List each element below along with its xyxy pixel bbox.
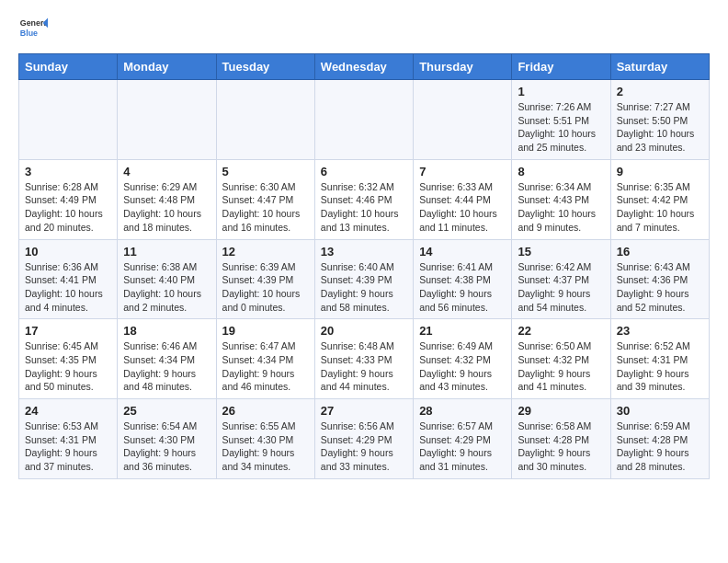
calendar-cell: 15Sunrise: 6:42 AMSunset: 4:37 PMDayligh… [512, 239, 610, 319]
day-info: Sunrise: 6:46 AMSunset: 4:34 PMDaylight:… [123, 339, 210, 394]
calendar-cell: 5Sunrise: 6:30 AMSunset: 4:47 PMDaylight… [216, 159, 314, 239]
day-info: Sunrise: 6:41 AMSunset: 4:38 PMDaylight:… [419, 260, 506, 315]
day-number: 24 [25, 404, 111, 418]
calendar-cell: 11Sunrise: 6:38 AMSunset: 4:40 PMDayligh… [118, 239, 216, 319]
calendar-cell: 21Sunrise: 6:49 AMSunset: 4:32 PMDayligh… [414, 319, 512, 399]
day-number: 13 [321, 245, 407, 259]
day-info: Sunrise: 6:58 AMSunset: 4:28 PMDaylight:… [518, 419, 604, 474]
day-info: Sunrise: 6:56 AMSunset: 4:29 PMDaylight:… [321, 419, 407, 474]
day-number: 2 [617, 85, 703, 98]
calendar-cell: 27Sunrise: 6:56 AMSunset: 4:29 PMDayligh… [314, 399, 413, 479]
calendar-cell: 8Sunrise: 6:34 AMSunset: 4:43 PMDaylight… [512, 159, 610, 239]
calendar-cell: 4Sunrise: 6:29 AMSunset: 4:48 PMDaylight… [118, 159, 216, 239]
day-info: Sunrise: 6:52 AMSunset: 4:31 PMDaylight:… [617, 339, 703, 394]
day-info: Sunrise: 6:33 AMSunset: 4:44 PMDaylight:… [419, 180, 506, 235]
day-number: 18 [123, 324, 210, 338]
day-info: Sunrise: 6:32 AMSunset: 4:46 PMDaylight:… [321, 180, 407, 235]
day-number: 6 [321, 165, 407, 178]
weekday-header: Friday [512, 54, 610, 80]
calendar-cell: 10Sunrise: 6:36 AMSunset: 4:41 PMDayligh… [19, 239, 118, 319]
day-number: 5 [222, 165, 309, 178]
day-number: 25 [123, 404, 210, 418]
day-info: Sunrise: 7:27 AMSunset: 5:50 PMDaylight:… [617, 100, 703, 155]
day-info: Sunrise: 6:42 AMSunset: 4:37 PMDaylight:… [518, 260, 604, 315]
day-info: Sunrise: 6:47 AMSunset: 4:34 PMDaylight:… [222, 339, 309, 394]
calendar-cell [314, 80, 413, 160]
calendar-cell: 17Sunrise: 6:45 AMSunset: 4:35 PMDayligh… [19, 319, 118, 399]
calendar-header: SundayMondayTuesdayWednesdayThursdayFrid… [19, 54, 710, 80]
day-number: 23 [617, 324, 703, 338]
day-number: 29 [518, 404, 604, 418]
calendar-cell [19, 80, 118, 160]
weekday-row: SundayMondayTuesdayWednesdayThursdayFrid… [19, 54, 710, 80]
day-number: 19 [222, 324, 309, 338]
day-number: 11 [123, 245, 210, 259]
calendar-body: 1Sunrise: 7:26 AMSunset: 5:51 PMDaylight… [19, 80, 710, 479]
day-number: 27 [321, 404, 407, 418]
day-number: 3 [25, 165, 111, 178]
svg-text:Blue: Blue [20, 29, 38, 38]
day-info: Sunrise: 6:39 AMSunset: 4:39 PMDaylight:… [222, 260, 309, 315]
calendar-cell: 20Sunrise: 6:48 AMSunset: 4:33 PMDayligh… [314, 319, 413, 399]
day-info: Sunrise: 6:55 AMSunset: 4:30 PMDaylight:… [222, 419, 309, 474]
calendar-cell: 28Sunrise: 6:57 AMSunset: 4:29 PMDayligh… [414, 399, 512, 479]
day-number: 9 [617, 165, 703, 178]
day-number: 21 [419, 324, 506, 338]
day-number: 26 [222, 404, 309, 418]
calendar-cell: 6Sunrise: 6:32 AMSunset: 4:46 PMDaylight… [314, 159, 413, 239]
day-info: Sunrise: 6:29 AMSunset: 4:48 PMDaylight:… [123, 180, 210, 235]
calendar-week-row: 17Sunrise: 6:45 AMSunset: 4:35 PMDayligh… [19, 319, 710, 399]
day-number: 17 [25, 324, 111, 338]
day-number: 30 [617, 404, 703, 418]
logo: General Blue [18, 15, 48, 44]
calendar-cell: 24Sunrise: 6:53 AMSunset: 4:31 PMDayligh… [19, 399, 118, 479]
day-info: Sunrise: 6:50 AMSunset: 4:32 PMDaylight:… [518, 339, 604, 394]
day-info: Sunrise: 6:49 AMSunset: 4:32 PMDaylight:… [419, 339, 506, 394]
calendar-cell: 7Sunrise: 6:33 AMSunset: 4:44 PMDaylight… [414, 159, 512, 239]
day-info: Sunrise: 6:57 AMSunset: 4:29 PMDaylight:… [419, 419, 506, 474]
day-info: Sunrise: 6:36 AMSunset: 4:41 PMDaylight:… [25, 260, 111, 315]
calendar-table: SundayMondayTuesdayWednesdayThursdayFrid… [18, 53, 710, 479]
day-info: Sunrise: 7:26 AMSunset: 5:51 PMDaylight:… [518, 100, 604, 155]
day-number: 10 [25, 245, 111, 259]
weekday-header: Tuesday [216, 54, 314, 80]
calendar-cell [216, 80, 314, 160]
day-info: Sunrise: 6:59 AMSunset: 4:28 PMDaylight:… [617, 419, 703, 474]
calendar-cell [118, 80, 216, 160]
calendar-cell: 30Sunrise: 6:59 AMSunset: 4:28 PMDayligh… [610, 399, 709, 479]
calendar-cell: 19Sunrise: 6:47 AMSunset: 4:34 PMDayligh… [216, 319, 314, 399]
day-info: Sunrise: 6:45 AMSunset: 4:35 PMDaylight:… [25, 339, 111, 394]
calendar-cell: 22Sunrise: 6:50 AMSunset: 4:32 PMDayligh… [512, 319, 610, 399]
day-info: Sunrise: 6:54 AMSunset: 4:30 PMDaylight:… [123, 419, 210, 474]
day-number: 14 [419, 245, 506, 259]
weekday-header: Thursday [414, 54, 512, 80]
calendar-week-row: 3Sunrise: 6:28 AMSunset: 4:49 PMDaylight… [19, 159, 710, 239]
day-number: 8 [518, 165, 604, 178]
calendar-cell: 26Sunrise: 6:55 AMSunset: 4:30 PMDayligh… [216, 399, 314, 479]
calendar-cell: 23Sunrise: 6:52 AMSunset: 4:31 PMDayligh… [610, 319, 709, 399]
logo-icon: General Blue [18, 15, 48, 44]
day-info: Sunrise: 6:34 AMSunset: 4:43 PMDaylight:… [518, 180, 604, 235]
weekday-header: Sunday [19, 54, 118, 80]
calendar-cell: 18Sunrise: 6:46 AMSunset: 4:34 PMDayligh… [118, 319, 216, 399]
calendar-cell: 25Sunrise: 6:54 AMSunset: 4:30 PMDayligh… [118, 399, 216, 479]
calendar-cell: 1Sunrise: 7:26 AMSunset: 5:51 PMDaylight… [512, 80, 610, 160]
day-number: 4 [123, 165, 210, 178]
day-number: 7 [419, 165, 506, 178]
calendar-week-row: 1Sunrise: 7:26 AMSunset: 5:51 PMDaylight… [19, 80, 710, 160]
day-number: 20 [321, 324, 407, 338]
calendar-cell: 29Sunrise: 6:58 AMSunset: 4:28 PMDayligh… [512, 399, 610, 479]
day-number: 12 [222, 245, 309, 259]
calendar-cell: 2Sunrise: 7:27 AMSunset: 5:50 PMDaylight… [610, 80, 709, 160]
day-number: 28 [419, 404, 506, 418]
day-number: 16 [617, 245, 703, 259]
day-info: Sunrise: 6:30 AMSunset: 4:47 PMDaylight:… [222, 180, 309, 235]
calendar-cell: 3Sunrise: 6:28 AMSunset: 4:49 PMDaylight… [19, 159, 118, 239]
header: General Blue [18, 15, 710, 44]
day-info: Sunrise: 6:48 AMSunset: 4:33 PMDaylight:… [321, 339, 407, 394]
calendar-cell: 16Sunrise: 6:43 AMSunset: 4:36 PMDayligh… [610, 239, 709, 319]
calendar-week-row: 24Sunrise: 6:53 AMSunset: 4:31 PMDayligh… [19, 399, 710, 479]
day-info: Sunrise: 6:28 AMSunset: 4:49 PMDaylight:… [25, 180, 111, 235]
calendar-cell: 14Sunrise: 6:41 AMSunset: 4:38 PMDayligh… [414, 239, 512, 319]
calendar-cell: 13Sunrise: 6:40 AMSunset: 4:39 PMDayligh… [314, 239, 413, 319]
